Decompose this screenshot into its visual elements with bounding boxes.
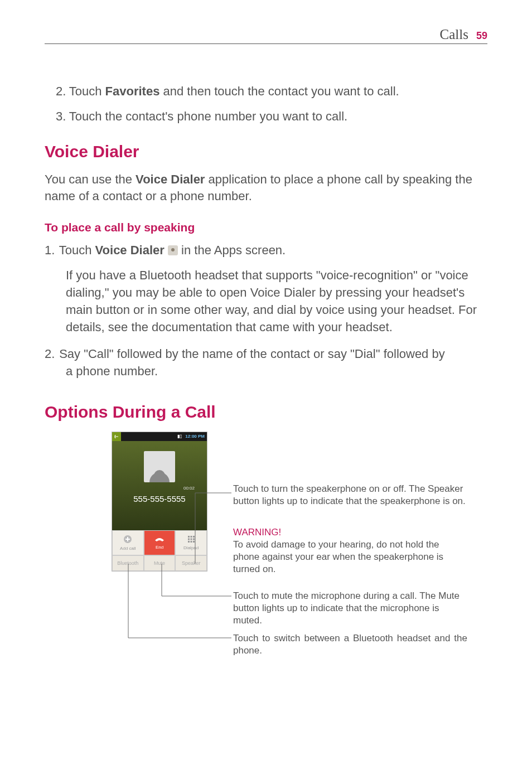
hangup-icon (154, 536, 165, 544)
bluetooth-button[interactable]: Bluetooth (112, 555, 144, 571)
step-text: Touch the contact's phone number you wan… (69, 109, 348, 123)
heading-voice-dialer: Voice Dialer (45, 142, 487, 161)
label: Add call (120, 546, 136, 551)
mute-button[interactable]: Mute (144, 555, 176, 571)
page-header: Calls 59 (45, 27, 487, 44)
voice-dialer-intro: You can use the Voice Dialer application… (45, 171, 487, 206)
dialpad-button[interactable]: Dialpad (175, 530, 207, 555)
phone-screenshot: ▮▯ 12:00 PM 00:02 555-555-5555 Add call (112, 432, 207, 572)
heading-place-call-speaking: To place a call by speaking (45, 221, 487, 234)
svg-rect-1 (188, 536, 190, 538)
callout-speaker: Touch to turn the speakerphone on or off… (233, 483, 467, 507)
add-call-button[interactable]: Add call (112, 530, 144, 555)
voice-dialer-icon (168, 245, 178, 255)
svg-rect-8 (190, 541, 192, 543)
text: in the Apps screen. (178, 243, 286, 257)
status-time: 12:00 PM (183, 434, 207, 439)
step-1-voice-dialer: 1. Touch Voice Dialer in the Apps screen… (45, 241, 487, 259)
back-icon (112, 432, 121, 441)
dialpad-icon (187, 535, 195, 544)
header-section: Calls (440, 27, 468, 42)
voice-dialer-bold: Voice Dialer (95, 243, 168, 257)
svg-rect-2 (190, 536, 192, 538)
text-cont: a phone number. (45, 363, 487, 380)
call-area: 00:02 555-555-5555 (112, 441, 207, 530)
svg-rect-9 (193, 541, 195, 543)
callout-mute: Touch to mute the microphone during a ca… (233, 590, 467, 627)
label: Dialpad (183, 545, 199, 550)
step-2-favorites: 2. Touch Favorites and then touch the co… (45, 83, 487, 100)
plus-icon (123, 535, 132, 545)
call-duration: 00:02 (183, 486, 195, 491)
favorites-bold: Favorites (105, 84, 160, 98)
svg-rect-3 (193, 536, 195, 538)
phone-number: 555-555-5555 (133, 494, 185, 503)
text: Touch (59, 243, 95, 257)
text: You can use the (45, 172, 136, 186)
svg-rect-5 (190, 538, 192, 540)
options-block: ▮▯ 12:00 PM 00:02 555-555-5555 Add call (112, 432, 487, 572)
label: End (156, 545, 163, 550)
page-number: 59 (476, 30, 487, 42)
step-number: 2. (56, 83, 66, 100)
callout-bluetooth: Touch to switch between a Bluetooth head… (233, 632, 467, 657)
step-text-b: and then touch the contact you want to c… (159, 84, 399, 98)
step-number: 1. (45, 241, 56, 259)
step-text: Touch (69, 84, 105, 98)
text: Say "Call" followed by the name of the c… (59, 347, 445, 361)
step-number: 3. (56, 108, 66, 125)
svg-rect-7 (188, 541, 190, 543)
step-1-detail: If you have a Bluetooth headset that sup… (45, 267, 487, 336)
call-button-grid: Add call End Dialpad Bluetooth (112, 530, 207, 571)
step-2-say-call: 2. Say "Call" followed by the name of th… (45, 346, 487, 380)
voice-dialer-bold: Voice Dialer (136, 172, 205, 186)
warning-text: To avoid damage to your hearing, do not … (233, 539, 443, 574)
svg-rect-4 (188, 538, 190, 540)
svg-rect-6 (193, 538, 195, 540)
speaker-button[interactable]: Speaker (175, 555, 207, 571)
end-call-button[interactable]: End (144, 530, 176, 555)
heading-options-during-call: Options During a Call (45, 403, 487, 422)
status-bar: ▮▯ 12:00 PM (112, 432, 207, 441)
callout-warning: WARNING! To avoid damage to your hearing… (233, 526, 467, 575)
step-number: 2. (45, 346, 56, 363)
step-3-contact-number: 3. Touch the contact's phone number you … (45, 108, 487, 125)
warning-heading: WARNING! (233, 527, 281, 538)
signal-icon: ▮▯ (177, 434, 183, 439)
